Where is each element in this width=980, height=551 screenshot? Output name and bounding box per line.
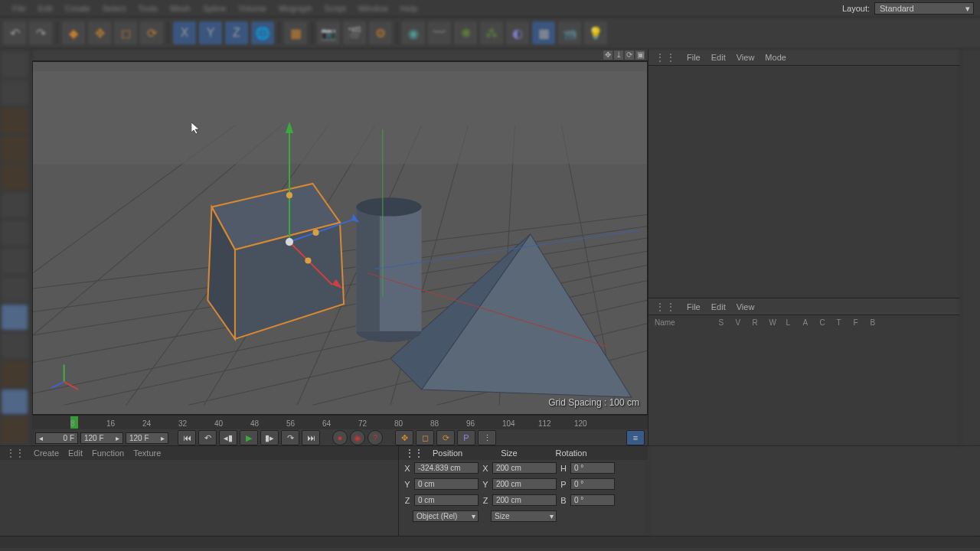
panel-grip-icon[interactable]: ⋮⋮ bbox=[6, 448, 24, 458]
snap-icon[interactable] bbox=[2, 305, 28, 330]
rot-H-input[interactable]: 0 ° bbox=[570, 462, 615, 474]
object-manager[interactable] bbox=[648, 66, 960, 298]
axis-x-icon[interactable]: X bbox=[173, 21, 196, 44]
deformer-icon[interactable]: ◐ bbox=[506, 21, 529, 44]
rot-P-input[interactable]: 0 ° bbox=[570, 478, 615, 490]
select-icon[interactable]: ◆ bbox=[62, 21, 85, 44]
menu-spline[interactable]: Spline bbox=[203, 4, 227, 13]
menu-edit[interactable]: Edit bbox=[38, 4, 53, 13]
far-right-tabs[interactable] bbox=[960, 49, 980, 445]
next-key-button[interactable]: ↷ bbox=[281, 430, 299, 445]
goto-start-button[interactable]: ⏮ bbox=[178, 430, 196, 445]
light-icon[interactable]: 💡 bbox=[584, 21, 607, 44]
texture-mode-icon[interactable] bbox=[2, 80, 28, 106]
camera-icon[interactable]: 📹 bbox=[558, 21, 581, 44]
vp-move-icon[interactable]: ✥ bbox=[603, 51, 612, 60]
mat-texture-tab[interactable]: Texture bbox=[133, 448, 161, 458]
menu-select[interactable]: Select bbox=[103, 4, 126, 13]
nurbs-icon[interactable]: ❋ bbox=[454, 21, 477, 44]
key-pla-button[interactable]: ⋮ bbox=[478, 430, 496, 445]
goto-end-button[interactable]: ⏭ bbox=[302, 430, 320, 445]
pos-Z-input[interactable]: 0 cm bbox=[414, 494, 479, 506]
end-frame-input[interactable]: 120 F▸ bbox=[126, 432, 168, 444]
cube-icon[interactable]: ◉ bbox=[402, 21, 425, 44]
key-pos-button[interactable]: ✥ bbox=[395, 430, 413, 445]
prev-frame-button[interactable]: ◂▮ bbox=[219, 430, 237, 445]
axis-z-icon[interactable]: Z bbox=[225, 21, 248, 44]
edge-mode-icon[interactable] bbox=[2, 136, 28, 161]
menu-volume[interactable]: Volume bbox=[238, 4, 266, 13]
misc-icon[interactable] bbox=[2, 390, 28, 415]
prev-key-button[interactable]: ↶ bbox=[198, 430, 217, 445]
spline-icon[interactable]: 〰 bbox=[428, 21, 451, 44]
coord-mode-select[interactable]: Object (Rel) bbox=[413, 510, 479, 522]
model-mode-icon[interactable] bbox=[2, 52, 28, 77]
polygon-mode-icon[interactable] bbox=[2, 165, 28, 190]
floor-icon[interactable]: ▦ bbox=[532, 21, 555, 44]
menu-mograph[interactable]: Mograph bbox=[279, 4, 312, 13]
objects-mode-menu[interactable]: Mode bbox=[765, 53, 786, 62]
key-rot-button[interactable]: ⟳ bbox=[436, 430, 455, 445]
menu-file[interactable]: File bbox=[12, 4, 26, 13]
menu-tools[interactable]: Tools bbox=[138, 4, 158, 13]
key-param-button[interactable]: P bbox=[457, 430, 475, 445]
snap2-icon[interactable] bbox=[2, 333, 28, 358]
world-icon[interactable]: 🌐 bbox=[251, 21, 274, 44]
axis-mode-icon[interactable] bbox=[2, 193, 28, 218]
menu-create[interactable]: Create bbox=[65, 4, 90, 13]
attribute-manager[interactable] bbox=[648, 329, 960, 445]
objects-view-menu[interactable]: View bbox=[737, 53, 755, 62]
play-button[interactable]: ▶ bbox=[240, 430, 258, 445]
size-Z-input[interactable]: 200 cm bbox=[492, 494, 557, 506]
menu-window[interactable]: Window bbox=[358, 4, 388, 13]
panel-grip-icon[interactable]: ⋮⋮ bbox=[405, 448, 423, 458]
panel-grip-icon[interactable]: ⋮⋮ bbox=[655, 51, 676, 64]
array-icon[interactable]: ⁂ bbox=[480, 21, 503, 44]
panel-grip-icon[interactable]: ⋮⋮ bbox=[655, 301, 676, 313]
autokey-button[interactable]: ◉ bbox=[350, 430, 365, 445]
key-scale-button[interactable]: ◻ bbox=[416, 430, 434, 445]
vp-maximize-icon[interactable]: ▣ bbox=[635, 51, 645, 60]
ref-mode-icon[interactable] bbox=[2, 220, 28, 246]
scale-icon[interactable]: ◻ bbox=[114, 21, 137, 44]
pos-X-input[interactable]: -324.839 cm bbox=[414, 462, 479, 474]
misc2-icon[interactable] bbox=[2, 417, 28, 442]
size-Y-input[interactable]: 200 cm bbox=[492, 478, 557, 490]
render-view-icon[interactable]: 📷 bbox=[317, 21, 340, 44]
blank2-icon[interactable] bbox=[2, 277, 28, 302]
rot-B-input[interactable]: 0 ° bbox=[570, 494, 615, 506]
record-button[interactable]: ● bbox=[332, 430, 348, 445]
point-mode-icon[interactable] bbox=[2, 108, 28, 133]
axis-y-icon[interactable]: Y bbox=[199, 21, 222, 44]
material-manager[interactable]: ⋮⋮ Create Edit Function Texture bbox=[0, 446, 398, 536]
blank-icon[interactable] bbox=[2, 249, 28, 274]
layout-dropdown[interactable]: Standard bbox=[874, 2, 974, 15]
render-region-icon[interactable]: 🎬 bbox=[343, 21, 366, 44]
pos-Y-input[interactable]: 0 cm bbox=[414, 478, 479, 490]
mat-function-tab[interactable]: Function bbox=[92, 448, 124, 458]
attr-file-menu[interactable]: File bbox=[687, 302, 701, 311]
current-frame-input[interactable]: 120 F▸ bbox=[80, 432, 123, 444]
menu-help[interactable]: Help bbox=[400, 4, 418, 13]
size-mode-select[interactable]: Size bbox=[491, 510, 557, 522]
mat-edit-tab[interactable]: Edit bbox=[68, 448, 83, 458]
render-settings-icon[interactable]: ⚙ bbox=[369, 21, 392, 44]
move-icon[interactable]: ✥ bbox=[88, 21, 111, 44]
timeline-ruler[interactable]: 81624324048566472808896104112120 bbox=[32, 416, 648, 429]
workplane-icon[interactable] bbox=[2, 361, 28, 386]
mat-create-tab[interactable]: Create bbox=[34, 448, 59, 458]
3d-viewport[interactable]: Grid Spacing : 100 cm bbox=[32, 61, 648, 415]
menu-script[interactable]: Script bbox=[325, 4, 346, 13]
attr-edit-menu[interactable]: Edit bbox=[711, 302, 726, 311]
redo-icon[interactable]: ↷ bbox=[29, 21, 52, 44]
objects-edit-menu[interactable]: Edit bbox=[711, 53, 726, 62]
size-X-input[interactable]: 200 cm bbox=[492, 462, 557, 474]
vp-zoom-icon[interactable]: ⤓ bbox=[614, 51, 623, 60]
next-frame-button[interactable]: ▮▸ bbox=[260, 430, 279, 445]
timeline-options-button[interactable]: ≡ bbox=[626, 430, 645, 445]
start-frame-input[interactable]: ◂0 F bbox=[35, 432, 78, 444]
keyframe-help-button[interactable]: ? bbox=[368, 430, 383, 445]
objects-file-menu[interactable]: File bbox=[687, 53, 701, 62]
rotate-icon[interactable]: ⟳ bbox=[140, 21, 163, 44]
render-icon[interactable]: ▦ bbox=[284, 21, 307, 44]
